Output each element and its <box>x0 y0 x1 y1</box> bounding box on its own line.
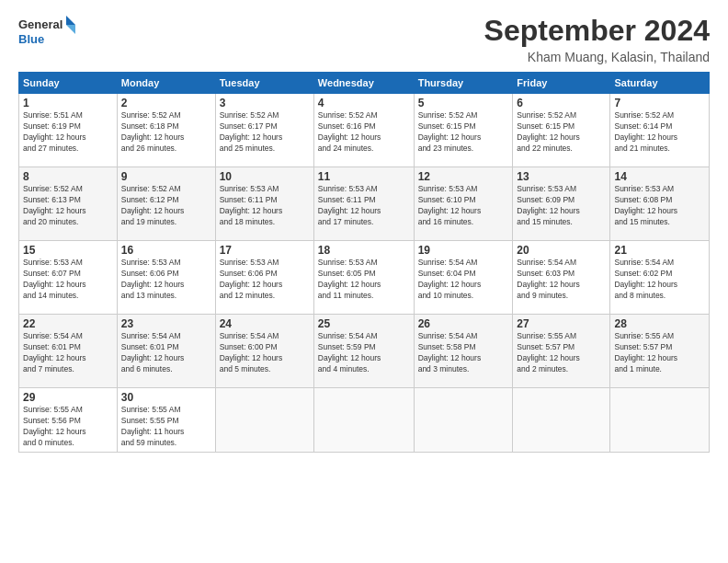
svg-marker-3 <box>66 25 75 34</box>
day-number: 6 <box>517 97 606 109</box>
day-number: 28 <box>614 317 705 330</box>
table-row: 17Sunrise: 5:53 AM Sunset: 6:06 PM Dayli… <box>215 241 313 315</box>
table-row: 8Sunrise: 5:52 AM Sunset: 6:13 PM Daylig… <box>19 167 118 241</box>
day-info: Sunrise: 5:54 AM Sunset: 6:02 PM Dayligh… <box>614 258 705 302</box>
day-info: Sunrise: 5:54 AM Sunset: 6:01 PM Dayligh… <box>23 331 113 375</box>
day-info: Sunrise: 5:52 AM Sunset: 6:17 PM Dayligh… <box>220 110 310 155</box>
table-row: 15Sunrise: 5:53 AM Sunset: 6:07 PM Dayli… <box>19 241 118 315</box>
general-blue-logo: General Blue <box>18 14 78 51</box>
svg-text:Blue: Blue <box>18 32 44 46</box>
day-info: Sunrise: 5:53 AM Sunset: 6:05 PM Dayligh… <box>318 258 410 302</box>
day-number: 15 <box>23 244 113 257</box>
day-number: 3 <box>220 97 310 109</box>
day-info: Sunrise: 5:52 AM Sunset: 6:18 PM Dayligh… <box>121 110 211 155</box>
table-row: 24Sunrise: 5:54 AM Sunset: 6:00 PM Dayli… <box>215 315 313 388</box>
header-wednesday: Wednesday <box>313 73 414 94</box>
title-section: September 2024 Kham Muang, Kalasin, Thai… <box>484 14 710 64</box>
table-row: 26Sunrise: 5:54 AM Sunset: 5:58 PM Dayli… <box>414 315 513 388</box>
day-number: 17 <box>220 244 310 257</box>
day-number: 18 <box>318 244 410 257</box>
header: General Blue September 2024 Kham Muang, … <box>18 14 710 64</box>
table-row: 3Sunrise: 5:52 AM Sunset: 6:17 PM Daylig… <box>215 94 313 167</box>
table-row: 23Sunrise: 5:54 AM Sunset: 6:01 PM Dayli… <box>117 315 215 388</box>
month-title: September 2024 <box>484 14 710 48</box>
day-info: Sunrise: 5:55 AM Sunset: 5:57 PM Dayligh… <box>517 331 606 375</box>
table-row: 2Sunrise: 5:52 AM Sunset: 6:18 PM Daylig… <box>117 94 215 167</box>
header-friday: Friday <box>513 73 610 94</box>
header-monday: Monday <box>117 73 215 94</box>
day-number: 22 <box>23 317 113 330</box>
table-row: 7Sunrise: 5:52 AM Sunset: 6:14 PM Daylig… <box>610 94 710 167</box>
header-saturday: Saturday <box>610 73 710 94</box>
day-info: Sunrise: 5:54 AM Sunset: 6:01 PM Dayligh… <box>121 331 211 375</box>
day-number: 24 <box>220 317 310 330</box>
location: Kham Muang, Kalasin, Thailand <box>484 50 710 64</box>
table-row <box>313 388 414 453</box>
day-info: Sunrise: 5:55 AM Sunset: 5:57 PM Dayligh… <box>614 331 705 375</box>
day-info: Sunrise: 5:53 AM Sunset: 6:09 PM Dayligh… <box>517 184 606 228</box>
day-info: Sunrise: 5:54 AM Sunset: 6:00 PM Dayligh… <box>220 331 310 375</box>
table-row: 11Sunrise: 5:53 AM Sunset: 6:11 PM Dayli… <box>313 167 414 241</box>
header-sunday: Sunday <box>19 73 118 94</box>
table-row <box>513 388 610 453</box>
day-info: Sunrise: 5:53 AM Sunset: 6:06 PM Dayligh… <box>220 258 310 302</box>
day-info: Sunrise: 5:52 AM Sunset: 6:14 PM Dayligh… <box>614 110 705 155</box>
day-number: 8 <box>23 170 113 183</box>
day-number: 4 <box>318 97 410 109</box>
day-info: Sunrise: 5:53 AM Sunset: 6:10 PM Dayligh… <box>418 184 509 228</box>
day-info: Sunrise: 5:53 AM Sunset: 6:06 PM Dayligh… <box>121 258 211 302</box>
header-thursday: Thursday <box>414 73 513 94</box>
day-info: Sunrise: 5:52 AM Sunset: 6:12 PM Dayligh… <box>121 184 211 228</box>
day-number: 11 <box>318 170 410 183</box>
day-info: Sunrise: 5:55 AM Sunset: 5:56 PM Dayligh… <box>23 405 113 449</box>
table-row: 10Sunrise: 5:53 AM Sunset: 6:11 PM Dayli… <box>215 167 313 241</box>
day-info: Sunrise: 5:54 AM Sunset: 6:03 PM Dayligh… <box>517 258 606 302</box>
svg-text:General: General <box>18 17 63 31</box>
day-info: Sunrise: 5:52 AM Sunset: 6:16 PM Dayligh… <box>318 110 410 155</box>
table-row: 6Sunrise: 5:52 AM Sunset: 6:15 PM Daylig… <box>513 94 610 167</box>
table-row: 28Sunrise: 5:55 AM Sunset: 5:57 PM Dayli… <box>610 315 710 388</box>
day-number: 23 <box>121 317 211 330</box>
calendar: Sunday Monday Tuesday Wednesday Thursday… <box>18 72 710 453</box>
day-number: 14 <box>614 170 705 183</box>
table-row <box>215 388 313 453</box>
day-info: Sunrise: 5:55 AM Sunset: 5:55 PM Dayligh… <box>121 405 211 449</box>
table-row: 27Sunrise: 5:55 AM Sunset: 5:57 PM Dayli… <box>513 315 610 388</box>
table-row: 13Sunrise: 5:53 AM Sunset: 6:09 PM Dayli… <box>513 167 610 241</box>
day-info: Sunrise: 5:53 AM Sunset: 6:11 PM Dayligh… <box>220 184 310 228</box>
table-row: 18Sunrise: 5:53 AM Sunset: 6:05 PM Dayli… <box>313 241 414 315</box>
table-row: 1Sunrise: 5:51 AM Sunset: 6:19 PM Daylig… <box>19 94 118 167</box>
day-number: 7 <box>614 97 705 109</box>
day-number: 12 <box>418 170 509 183</box>
table-row: 12Sunrise: 5:53 AM Sunset: 6:10 PM Dayli… <box>414 167 513 241</box>
day-info: Sunrise: 5:51 AM Sunset: 6:19 PM Dayligh… <box>23 110 113 155</box>
table-row: 21Sunrise: 5:54 AM Sunset: 6:02 PM Dayli… <box>610 241 710 315</box>
table-row: 9Sunrise: 5:52 AM Sunset: 6:12 PM Daylig… <box>117 167 215 241</box>
day-number: 27 <box>517 317 606 330</box>
logo: General Blue <box>18 14 78 51</box>
table-row <box>610 388 710 453</box>
day-info: Sunrise: 5:52 AM Sunset: 6:15 PM Dayligh… <box>418 110 509 155</box>
table-row: 20Sunrise: 5:54 AM Sunset: 6:03 PM Dayli… <box>513 241 610 315</box>
day-info: Sunrise: 5:53 AM Sunset: 6:08 PM Dayligh… <box>614 184 705 228</box>
day-number: 20 <box>517 244 606 257</box>
day-number: 16 <box>121 244 211 257</box>
day-number: 21 <box>614 244 705 257</box>
day-info: Sunrise: 5:54 AM Sunset: 5:58 PM Dayligh… <box>418 331 509 375</box>
day-number: 25 <box>318 317 410 330</box>
day-number: 1 <box>23 97 113 109</box>
table-row: 29Sunrise: 5:55 AM Sunset: 5:56 PM Dayli… <box>19 388 118 453</box>
table-row <box>414 388 513 453</box>
weekday-header-row: Sunday Monday Tuesday Wednesday Thursday… <box>19 73 710 94</box>
day-number: 26 <box>418 317 509 330</box>
day-number: 29 <box>23 391 113 404</box>
table-row: 19Sunrise: 5:54 AM Sunset: 6:04 PM Dayli… <box>414 241 513 315</box>
page: General Blue September 2024 Kham Muang, … <box>0 0 728 563</box>
table-row: 16Sunrise: 5:53 AM Sunset: 6:06 PM Dayli… <box>117 241 215 315</box>
header-tuesday: Tuesday <box>215 73 313 94</box>
svg-marker-2 <box>66 16 75 25</box>
table-row: 22Sunrise: 5:54 AM Sunset: 6:01 PM Dayli… <box>19 315 118 388</box>
table-row: 25Sunrise: 5:54 AM Sunset: 5:59 PM Dayli… <box>313 315 414 388</box>
day-info: Sunrise: 5:54 AM Sunset: 5:59 PM Dayligh… <box>318 331 410 375</box>
day-number: 9 <box>121 170 211 183</box>
